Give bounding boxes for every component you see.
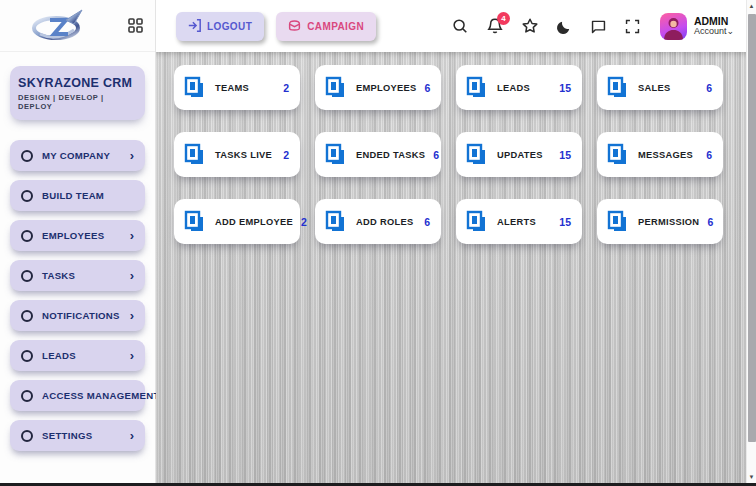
- notifications-bell-icon[interactable]: 4: [486, 17, 504, 35]
- chevron-right-icon: ›: [130, 309, 134, 322]
- stat-card-label: SALES: [638, 83, 671, 93]
- sidebar-item-label: SETTINGS: [42, 430, 92, 441]
- circle-icon: [21, 310, 33, 322]
- circle-icon: [21, 430, 33, 442]
- circle-icon: [21, 350, 33, 362]
- stat-card-ended-tasks[interactable]: ENDED TASKS 6: [315, 132, 441, 177]
- campaign-button[interactable]: CAMPAIGN: [276, 12, 376, 41]
- campaign-label: CAMPAIGN: [307, 21, 364, 32]
- main-area: LOGOUT CAMPAIGN: [156, 0, 756, 483]
- account-menu[interactable]: ADMIN Account⌄: [660, 13, 734, 40]
- stat-card-value: 6: [707, 216, 713, 228]
- sidebar: SKYRAZONE CRM DESIGN | DEVELOP | DEPLOY …: [0, 0, 156, 483]
- stat-card-label: MESSAGES: [638, 150, 693, 160]
- envelope-icon: [288, 19, 301, 34]
- pages-icon: [324, 210, 348, 234]
- sidebar-item-employees[interactable]: EMPLOYEES ›: [10, 220, 145, 251]
- pages-icon: [606, 143, 630, 167]
- account-text: ADMIN Account⌄: [694, 15, 734, 37]
- sidebar-item-label: MY COMPANY: [42, 150, 110, 161]
- chevron-right-icon: ›: [130, 149, 134, 162]
- sidebar-item-label: LEADS: [42, 350, 76, 361]
- stat-card-label: TASKS LIVE: [215, 150, 272, 160]
- stat-card-label: ENDED TASKS: [356, 150, 425, 160]
- pages-icon: [183, 143, 207, 167]
- stat-card-value: 6: [706, 82, 712, 94]
- stat-card-label: PERMISSION: [638, 217, 699, 227]
- dark-mode-moon-icon[interactable]: [556, 18, 573, 35]
- brand-logo: [26, 8, 88, 44]
- chevron-right-icon: ›: [130, 429, 134, 442]
- sidebar-item-settings[interactable]: SETTINGS ›: [10, 420, 145, 451]
- logout-button[interactable]: LOGOUT: [176, 12, 264, 41]
- brand-tagline: DESIGN | DEVELOP | DEPLOY: [18, 93, 137, 111]
- brand-card: SKYRAZONE CRM DESIGN | DEVELOP | DEPLOY: [10, 66, 145, 120]
- circle-icon: [21, 270, 33, 282]
- stat-card-messages[interactable]: MESSAGES 6: [597, 132, 723, 177]
- account-sub: Account⌄: [694, 27, 734, 37]
- sidebar-item-label: TASKS: [42, 270, 75, 281]
- scrollbar-thumb[interactable]: [748, 14, 756, 442]
- star-icon[interactable]: [521, 17, 539, 35]
- caret-down-icon: ⌄: [726, 26, 734, 36]
- sidebar-item-label: EMPLOYEES: [42, 230, 104, 241]
- dashboard-content: TEAMS 2 EMPLOYEES 6 LEADS 15 SALES 6: [156, 52, 756, 483]
- stat-card-value: 15: [559, 216, 571, 228]
- stat-card-value: 15: [559, 82, 571, 94]
- stat-card-add-roles[interactable]: ADD ROLES 6: [315, 199, 441, 244]
- pages-icon: [465, 143, 489, 167]
- scroll-up-arrow-icon[interactable]: ▲: [747, 3, 756, 9]
- sidebar-nav: MY COMPANY › BUILD TEAM EMPLOYEES › TASK…: [0, 140, 155, 451]
- sidebar-item-tasks[interactable]: TASKS ›: [10, 260, 145, 291]
- apps-grid-icon[interactable]: [128, 18, 143, 33]
- stat-card-add-employee[interactable]: ADD EMPLOYEE 2: [174, 199, 300, 244]
- chevron-right-icon: ›: [130, 229, 134, 242]
- stat-card-updates[interactable]: UPDATES 15: [456, 132, 582, 177]
- pages-icon: [606, 76, 630, 100]
- stat-card-value: 2: [283, 149, 289, 161]
- stat-card-value: 6: [425, 82, 431, 94]
- stat-card-label: LEADS: [497, 83, 530, 93]
- search-icon[interactable]: [451, 17, 469, 35]
- scroll-down-arrow-icon[interactable]: ▼: [747, 474, 756, 480]
- app-window: SKYRAZONE CRM DESIGN | DEVELOP | DEPLOY …: [0, 0, 756, 483]
- stat-card-teams[interactable]: TEAMS 2: [174, 65, 300, 110]
- stat-card-tasks-live[interactable]: TASKS LIVE 2: [174, 132, 300, 177]
- stat-card-permission[interactable]: PERMISSION 6: [597, 199, 723, 244]
- stat-card-sales[interactable]: SALES 6: [597, 65, 723, 110]
- stat-card-label: ADD ROLES: [356, 217, 413, 227]
- stat-card-label: EMPLOYEES: [356, 83, 417, 93]
- fullscreen-icon[interactable]: [624, 18, 641, 35]
- sidebar-item-my-company[interactable]: MY COMPANY ›: [10, 140, 145, 171]
- chevron-right-icon: ›: [130, 349, 134, 362]
- vertical-scrollbar[interactable]: ▲ ▼: [746, 0, 756, 483]
- stat-card-label: ALERTS: [497, 217, 536, 227]
- chat-icon[interactable]: [590, 18, 607, 35]
- stat-card-value: 15: [559, 149, 571, 161]
- sidebar-item-notifications[interactable]: NOTIFICATIONS ›: [10, 300, 145, 331]
- sidebar-item-leads[interactable]: LEADS ›: [10, 340, 145, 371]
- logout-icon: [188, 19, 201, 34]
- sidebar-logo-row: [0, 0, 155, 52]
- stat-card-value: 6: [424, 216, 430, 228]
- circle-icon: [21, 230, 33, 242]
- stat-card-leads[interactable]: LEADS 15: [456, 65, 582, 110]
- stat-card-employees[interactable]: EMPLOYEES 6: [315, 65, 441, 110]
- topbar: LOGOUT CAMPAIGN: [156, 0, 756, 52]
- stat-card-label: ADD EMPLOYEE: [215, 217, 293, 227]
- stat-card-value: 6: [433, 149, 439, 161]
- notification-badge: 4: [497, 12, 510, 25]
- sidebar-item-label: NOTIFICATIONS: [42, 310, 120, 321]
- stat-card-label: TEAMS: [215, 83, 249, 93]
- topbar-actions: 4: [451, 13, 734, 40]
- sidebar-item-build-team[interactable]: BUILD TEAM: [10, 180, 145, 211]
- stat-card-value: 2: [283, 82, 289, 94]
- stat-card-label: UPDATES: [497, 150, 543, 160]
- circle-icon: [21, 150, 33, 162]
- stat-card-alerts[interactable]: ALERTS 15: [456, 199, 582, 244]
- pages-icon: [324, 76, 348, 100]
- sidebar-item-access-management[interactable]: ACCESS MANAGEMENT ›: [10, 380, 145, 411]
- stat-card-value: 6: [706, 149, 712, 161]
- pages-icon: [465, 210, 489, 234]
- avatar: [660, 13, 687, 40]
